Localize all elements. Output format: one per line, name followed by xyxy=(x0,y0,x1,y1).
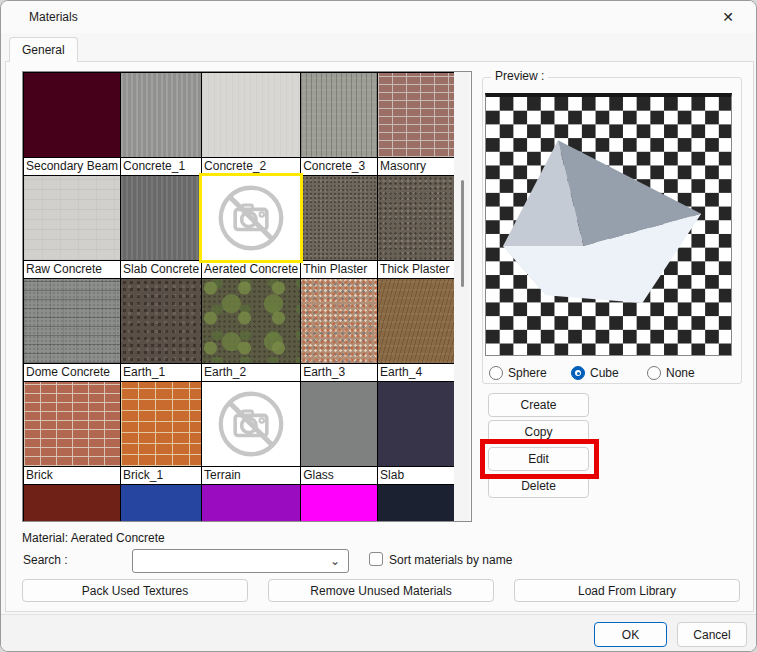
material-thumbnail[interactable] xyxy=(121,176,201,260)
material-cell[interactable]: Concrete_2 xyxy=(202,73,300,175)
material-name-label: Slab xyxy=(378,466,454,484)
selected-material-label: Material: Aerated Concrete xyxy=(22,531,165,545)
chevron-down-icon[interactable]: ⌄ xyxy=(330,554,340,568)
material-thumbnail[interactable] xyxy=(121,279,201,363)
material-cell[interactable] xyxy=(121,485,201,522)
preview-viewport[interactable] xyxy=(485,93,732,356)
radio-sphere[interactable]: Sphere xyxy=(489,366,571,380)
load-from-library-button[interactable]: Load From Library xyxy=(514,579,740,602)
preview-label: Preview : xyxy=(491,69,548,83)
sort-by-name-checkbox[interactable] xyxy=(369,552,383,566)
material-cell[interactable]: Concrete_3 xyxy=(301,73,377,175)
material-thumbnail[interactable] xyxy=(301,382,377,466)
material-thumbnail[interactable] xyxy=(202,73,300,157)
pack-used-textures-button[interactable]: Pack Used Textures xyxy=(22,579,248,602)
material-thumbnail[interactable] xyxy=(202,485,300,522)
scrollbar-thumb[interactable] xyxy=(461,180,464,287)
search-combobox[interactable]: ⌄ xyxy=(132,549,349,573)
material-name-label: Earth_2 xyxy=(202,363,300,381)
material-thumbnail[interactable] xyxy=(24,73,120,157)
material-thumbnail[interactable] xyxy=(301,73,377,157)
material-name-label: Dome Concrete xyxy=(24,363,120,381)
material-name-label: Masonry xyxy=(378,157,454,175)
create-button[interactable]: Create xyxy=(488,393,589,417)
material-name-label: Earth_4 xyxy=(378,363,454,381)
material-thumbnail[interactable] xyxy=(24,485,120,522)
material-cell[interactable]: Masonry xyxy=(378,73,454,175)
ok-button[interactable]: OK xyxy=(594,622,667,647)
material-name-label: Concrete_1 xyxy=(121,157,201,175)
material-name-label: Concrete_3 xyxy=(301,157,377,175)
material-thumbnail[interactable] xyxy=(202,279,300,363)
material-cell[interactable]: Secondary Beam xyxy=(24,73,120,175)
material-cell[interactable]: Earth_3 xyxy=(301,279,377,381)
materials-dialog: Materials ✕ General Secondary BeamConcre… xyxy=(0,0,757,652)
material-name-label: Terrain xyxy=(202,466,300,484)
material-name-label: Glass xyxy=(301,466,377,484)
material-thumbnail[interactable] xyxy=(301,485,377,522)
material-cell[interactable]: Glass xyxy=(301,382,377,484)
material-thumbnail[interactable] xyxy=(378,73,454,157)
material-thumbnail[interactable] xyxy=(24,176,120,260)
materials-grid: Secondary BeamConcrete_1Concrete_2Concre… xyxy=(23,72,455,522)
material-cell[interactable]: Thin Plaster xyxy=(301,176,377,278)
material-thumbnail[interactable] xyxy=(121,73,201,157)
materials-scrollbar[interactable] xyxy=(454,72,470,521)
material-cell[interactable]: Earth_1 xyxy=(121,279,201,381)
material-cell[interactable]: Slab xyxy=(378,382,454,484)
tab-general-label: General xyxy=(22,43,65,57)
material-thumbnail[interactable] xyxy=(24,279,120,363)
copy-button[interactable]: Copy xyxy=(488,420,589,444)
preview-cube-3d xyxy=(486,97,731,355)
material-cell[interactable]: Dome Concrete xyxy=(24,279,120,381)
material-cell[interactable]: Earth_2 xyxy=(202,279,300,381)
material-name-label: Concrete_2 xyxy=(202,157,300,175)
material-cell[interactable]: Earth_4 xyxy=(378,279,454,381)
material-name-label: Brick xyxy=(24,466,120,484)
radio-none[interactable]: None xyxy=(647,366,695,380)
delete-button[interactable]: Delete xyxy=(488,474,589,498)
tab-general[interactable]: General xyxy=(9,37,78,62)
no-image-icon xyxy=(202,176,300,260)
material-thumbnail[interactable] xyxy=(24,382,120,466)
material-cell[interactable]: Slab Concrete xyxy=(121,176,201,278)
material-thumbnail[interactable] xyxy=(202,176,300,260)
material-cell[interactable] xyxy=(378,485,454,522)
material-thumbnail[interactable] xyxy=(121,485,201,522)
material-name-label: Secondary Beam xyxy=(24,157,120,175)
cancel-button[interactable]: Cancel xyxy=(677,622,747,647)
edit-button[interactable]: Edit xyxy=(488,447,589,471)
material-cell[interactable]: Concrete_1 xyxy=(121,73,201,175)
material-cell[interactable]: Brick_1 xyxy=(121,382,201,484)
material-thumbnail[interactable] xyxy=(378,176,454,260)
radio-cube[interactable]: Cube xyxy=(571,366,647,380)
material-cell[interactable]: Terrain xyxy=(202,382,300,484)
material-name-label: Earth_1 xyxy=(121,363,201,381)
material-thumbnail[interactable] xyxy=(378,279,454,363)
material-thumbnail[interactable] xyxy=(378,485,454,522)
materials-list[interactable]: Secondary BeamConcrete_1Concrete_2Concre… xyxy=(22,71,472,522)
material-thumbnail[interactable] xyxy=(121,382,201,466)
material-thumbnail[interactable] xyxy=(301,279,377,363)
material-cell[interactable] xyxy=(301,485,377,522)
material-thumbnail[interactable] xyxy=(202,382,300,466)
remove-unused-materials-button[interactable]: Remove Unused Materials xyxy=(268,579,494,602)
material-cell[interactable] xyxy=(202,485,300,522)
material-thumbnail[interactable] xyxy=(301,176,377,260)
material-cell[interactable]: Brick xyxy=(24,382,120,484)
material-cell[interactable]: Aerated Concrete xyxy=(202,176,300,278)
title-bar: Materials ✕ xyxy=(1,1,756,33)
material-name-label: Thin Plaster xyxy=(301,260,377,278)
radio-sphere-label: Sphere xyxy=(508,366,547,380)
material-cell[interactable] xyxy=(24,485,120,522)
material-cell[interactable]: Raw Concrete xyxy=(24,176,120,278)
material-name-label: Raw Concrete xyxy=(24,260,120,278)
material-name-label: Brick_1 xyxy=(121,466,201,484)
material-name-label: Aerated Concrete xyxy=(202,260,300,278)
material-cell[interactable]: Thick Plaster xyxy=(378,176,454,278)
close-icon[interactable]: ✕ xyxy=(712,5,744,29)
material-thumbnail[interactable] xyxy=(378,382,454,466)
window-title: Materials xyxy=(29,10,78,24)
material-name-label: Slab Concrete xyxy=(121,260,201,278)
preview-groupbox: Preview : Sphere Cube None xyxy=(482,77,742,384)
